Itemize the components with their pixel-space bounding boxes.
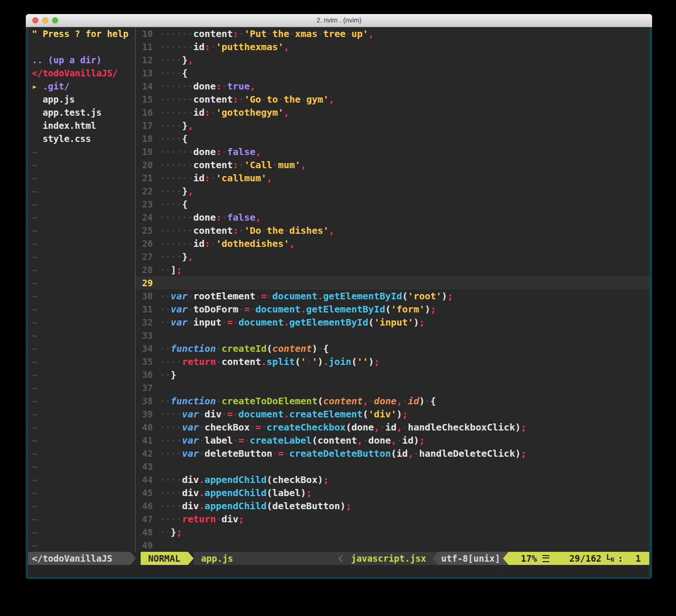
code-line-33[interactable]: 33 [136, 329, 649, 342]
code-line-40[interactable]: 40····var·checkBox·=·createCheckbox(done… [136, 421, 649, 434]
scroll-percent: 17% [521, 553, 537, 564]
empty-buffer-tilde: ~ [28, 171, 135, 185]
tree-item-todovanillajs[interactable]: </todoVanillaJS/ [28, 67, 135, 80]
tree-item-app.test.js[interactable]: app.test.js [28, 106, 135, 119]
code-line-24[interactable]: 24······done:·false, [136, 211, 649, 224]
code-line-19[interactable]: 19······done:·false, [136, 145, 649, 158]
code-line-22[interactable]: 22····}, [136, 185, 649, 198]
code-text: ····}, [159, 119, 649, 132]
line-number: 45 [136, 486, 159, 499]
command-line[interactable] [28, 565, 649, 577]
line-number: 38 [136, 394, 159, 408]
code-text: ····{ [159, 198, 649, 211]
code-line-35[interactable]: 35····return·content.split('·').join('')… [136, 355, 649, 368]
empty-buffer-tilde: ~ [28, 368, 135, 381]
code-line-31[interactable]: 31··var·toDoForm·=·document.getElementBy… [136, 303, 649, 316]
code-line-49[interactable]: 49 [136, 539, 649, 552]
code-line-13[interactable]: 13····{ [136, 67, 649, 80]
code-line-25[interactable]: 25······content:·'Do·the·dishes', [136, 224, 649, 237]
code-line-28[interactable]: 28··]; [136, 263, 649, 276]
code-line-37[interactable]: 37 [136, 381, 649, 394]
line-number: 16 [136, 106, 159, 119]
tree-item-label: app.test.js [43, 107, 102, 118]
code-line-21[interactable]: 21······id:·'callmum', [136, 171, 649, 185]
line-number: 31 [136, 303, 159, 316]
code-line-10[interactable]: 10······content:·'Put·the·xmas·tree·up', [136, 27, 649, 40]
code-text: ····var·checkBox·=·createCheckbox(done,·… [159, 421, 649, 434]
trigram-icon [542, 555, 549, 562]
code-editor[interactable]: 10······content:·'Put·the·xmas·tree·up',… [136, 27, 649, 552]
line-number: 25 [136, 224, 159, 237]
tree-item-app.js[interactable]: app.js [28, 93, 135, 106]
code-line-34[interactable]: 34··function·createId(content)·{ [136, 342, 649, 355]
empty-buffer-tilde: ~ [28, 329, 135, 342]
code-line-12[interactable]: 12····}, [136, 53, 649, 67]
window-titlebar[interactable]: 2. nvim . (nvim) [26, 14, 652, 27]
line-number: 24 [136, 211, 159, 224]
code-text: ····var·deleteButton·=·createDeleteButto… [159, 447, 649, 460]
code-line-26[interactable]: 26······id:·'dothedishes', [136, 237, 649, 250]
line-number: 42 [136, 447, 159, 460]
statusline-filetype: javascript.jsx [351, 553, 433, 564]
code-text: ··var·rootElement·=·document.getElementB… [159, 289, 649, 303]
code-line-15[interactable]: 15······content:·'Go·to·the·gym', [136, 93, 649, 106]
code-text: ····return·div; [159, 512, 649, 526]
code-line-47[interactable]: 47····return·div; [136, 512, 649, 526]
tree-item-..upadir[interactable]: .. (up a dir) [28, 53, 135, 67]
code-line-36[interactable]: 36··} [136, 368, 649, 381]
tree-expand-arrow-icon[interactable]: ▸ [32, 81, 43, 91]
empty-buffer-tilde: ~ [28, 211, 135, 224]
empty-buffer-tilde: ~ [28, 198, 135, 211]
tree-item-label: </todoVanillaJS/ [32, 68, 118, 78]
code-line-32[interactable]: 32··var·input·=·document.getElementById(… [136, 316, 649, 329]
empty-buffer-tilde: ~ [28, 237, 135, 250]
code-line-41[interactable]: 41····var·label·=·createLabel(content,·d… [136, 434, 649, 447]
code-line-14[interactable]: 14······done:·true, [136, 80, 649, 93]
code-line-27[interactable]: 27····}, [136, 250, 649, 263]
code-line-17[interactable]: 17····}, [136, 119, 649, 132]
code-line-16[interactable]: 16······id:·'gotothegym', [136, 106, 649, 119]
code-line-11[interactable]: 11······id:·'putthexmas', [136, 40, 649, 53]
empty-buffer-tilde: ~ [28, 158, 135, 171]
code-line-46[interactable]: 46····div.appendChild(deleteButton); [136, 499, 649, 512]
line-number: 19 [136, 145, 159, 158]
code-line-23[interactable]: 23····{ [136, 198, 649, 211]
powerline-arrow-right-icon [130, 552, 136, 565]
code-line-18[interactable]: 18····{ [136, 132, 649, 145]
code-line-20[interactable]: 20······content:·'Call·mum', [136, 158, 649, 171]
empty-buffer-tilde: ~ [28, 447, 135, 460]
code-line-45[interactable]: 45····div.appendChild(label); [136, 486, 649, 499]
code-text: ··]; [159, 263, 649, 276]
tree-item-label: .git/ [43, 81, 69, 91]
line-number: 11 [136, 40, 159, 53]
tree-item-.git[interactable]: ▸ .git/ [28, 80, 135, 93]
code-line-48[interactable]: 48··}; [136, 526, 649, 539]
code-line-39[interactable]: 39····var·div·=·document.createElement('… [136, 408, 649, 421]
code-line-38[interactable]: 38··function·createToDoElement(content,·… [136, 394, 649, 408]
code-line-44[interactable]: 44····div.appendChild(checkBox); [136, 473, 649, 486]
empty-buffer-tilde: ~ [28, 526, 135, 539]
line-number: 20 [136, 158, 159, 171]
code-line-43[interactable]: 43 [136, 460, 649, 473]
code-line-29[interactable]: 29 [136, 276, 649, 289]
mode-indicator: NORMAL [141, 552, 188, 565]
code-line-30[interactable]: 30··var·rootElement·=·document.getElemen… [136, 289, 649, 303]
empty-buffer-tilde: ~ [28, 289, 135, 303]
line-number: 12 [136, 53, 159, 67]
line-number: 37 [136, 381, 159, 394]
code-text: ··}; [159, 526, 649, 539]
empty-buffer-tilde: ~ [28, 250, 135, 263]
code-text [159, 539, 649, 552]
code-line-42[interactable]: 42····var·deleteButton·=·createDeleteBut… [136, 447, 649, 460]
tree-item-style.css[interactable]: style.css [28, 132, 135, 145]
line-number: 23 [136, 198, 159, 211]
code-text: ····div.appendChild(checkBox); [159, 473, 649, 486]
line-number: 14 [136, 80, 159, 93]
nerdtree-sidebar[interactable]: " Press ? for help.. (up a dir)</todoVan… [28, 27, 135, 552]
tree-item-label: app.js [43, 94, 75, 104]
line-number: 35 [136, 355, 159, 368]
code-text: ······id:·'callmum', [159, 171, 649, 185]
tree-item-index.html[interactable]: index.html [28, 119, 135, 132]
empty-buffer-tilde: ~ [28, 355, 135, 368]
code-text: ··var·input·=·document.getElementById('i… [159, 316, 649, 329]
